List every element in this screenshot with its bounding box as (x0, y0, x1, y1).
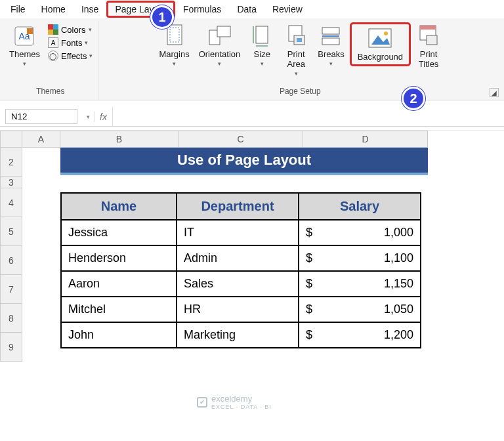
breaks-button[interactable]: Breaks▾ (314, 22, 348, 68)
row-headers: 2 3 4 5 6 7 8 9 (0, 131, 22, 362)
col-header[interactable]: C (178, 131, 303, 148)
svg-rect-24 (420, 26, 436, 30)
svg-rect-2 (27, 28, 33, 34)
col-header[interactable]: A (22, 131, 60, 148)
svg-rect-3 (48, 24, 53, 30)
tab-file[interactable]: File (3, 1, 33, 17)
effects-icon: ◯ (48, 51, 58, 61)
background-icon (368, 26, 392, 51)
fonts-icon: A (48, 37, 58, 48)
svg-rect-11 (256, 26, 268, 43)
formula-input[interactable] (112, 107, 504, 126)
table-row[interactable]: AaronSales$1,150 (61, 271, 421, 297)
ribbon-group-themes: Aa Themes▾ Colors▾ A Fonts▾ ◯ Effects▾ (3, 21, 98, 100)
formula-bar: ▾ fx (0, 107, 504, 127)
print-titles-icon (416, 24, 441, 49)
ribbon: Aa Themes▾ Colors▾ A Fonts▾ ◯ Effects▾ (0, 18, 504, 100)
colors-button[interactable]: Colors▾ (45, 24, 96, 35)
row-header[interactable]: 8 (0, 304, 22, 333)
ribbon-group-page-setup: Margins▾ Orientation▾ Size▾ Print Area▾ … (98, 21, 501, 100)
row-header[interactable]: 2 (0, 148, 22, 177)
col-header[interactable]: B (60, 131, 178, 148)
svg-rect-16 (297, 38, 302, 42)
row-header[interactable]: 9 (0, 333, 22, 362)
effects-button[interactable]: ◯ Effects▾ (45, 50, 96, 62)
fx-label[interactable]: fx (94, 112, 112, 122)
th-name: Name (61, 193, 177, 220)
row-header[interactable]: 4 (0, 188, 22, 217)
col-header[interactable]: D (303, 131, 428, 148)
svg-rect-10 (217, 26, 230, 37)
th-dept: Department (177, 193, 299, 220)
annotation-step-1: 1 (150, 5, 174, 29)
data-table: Name Department Salary JessicaIT$1,000 H… (60, 192, 421, 348)
size-icon (249, 24, 274, 49)
watermark-icon: ✔ (197, 397, 207, 408)
row-header[interactable]: 7 (0, 275, 22, 304)
cell-area[interactable]: Use of Page Layout Name Department Salar… (22, 148, 504, 348)
name-box[interactable] (5, 109, 77, 124)
ribbon-tabbar: File Home Inse Page Layout Formulas Data… (0, 0, 504, 18)
sheet-title: Use of Page Layout (60, 148, 428, 173)
svg-rect-5 (48, 30, 53, 35)
group-label-themes: Themes (36, 85, 64, 98)
svg-rect-17 (322, 28, 339, 34)
name-box-dropdown[interactable]: ▾ (83, 114, 94, 120)
background-button[interactable]: Background (354, 25, 407, 64)
themes-icon: Aa (12, 24, 37, 49)
table-row[interactable]: JohnMarketing$1,200 (61, 322, 421, 348)
row-header[interactable]: 6 (0, 246, 22, 275)
print-area-button[interactable]: Print Area▾ (280, 22, 312, 78)
annotation-step-2: 2 (402, 87, 425, 110)
print-titles-button[interactable]: Print Titles (412, 22, 445, 71)
svg-rect-25 (427, 35, 437, 45)
column-headers: A B C D (22, 131, 504, 148)
th-salary: Salary (299, 193, 421, 220)
tab-formulas[interactable]: Formulas (175, 1, 229, 17)
svg-point-22 (384, 32, 388, 35)
tab-data[interactable]: Data (229, 1, 264, 17)
select-all-cell[interactable] (0, 131, 22, 148)
size-button[interactable]: Size▾ (245, 22, 278, 68)
breaks-icon (318, 24, 343, 49)
row-header[interactable]: 3 (0, 177, 22, 188)
themes-button[interactable]: Aa Themes▾ (5, 22, 44, 68)
orientation-button[interactable]: Orientation▾ (195, 22, 245, 68)
fonts-button[interactable]: A Fonts▾ (45, 37, 96, 49)
colors-icon (48, 24, 58, 35)
print-area-icon (284, 24, 308, 49)
tab-review[interactable]: Review (264, 1, 310, 17)
svg-rect-7 (167, 25, 182, 45)
group-label-page-setup: Page Setup (280, 85, 321, 98)
worksheet: 2 3 4 5 6 7 8 9 A B C D Use of Page Layo… (0, 131, 504, 362)
watermark: ✔ exceldemyEXCEL · DATA · BI (197, 394, 272, 410)
page-setup-dialog-launcher[interactable]: ◢ (490, 88, 499, 97)
svg-rect-18 (322, 38, 339, 45)
table-row[interactable]: HendersonAdmin$1,100 (61, 245, 421, 271)
table-row[interactable]: MitchelHR$1,050 (61, 297, 421, 322)
background-highlight: Background (350, 22, 411, 66)
svg-rect-6 (53, 30, 58, 35)
svg-rect-4 (53, 24, 58, 30)
row-header[interactable]: 5 (0, 217, 22, 246)
orientation-icon (207, 24, 232, 49)
margins-button[interactable]: Margins▾ (155, 22, 193, 68)
table-row[interactable]: JessicaIT$1,000 (61, 220, 421, 245)
tab-home[interactable]: Home (33, 1, 74, 17)
tab-insert[interactable]: Inse (74, 1, 106, 17)
